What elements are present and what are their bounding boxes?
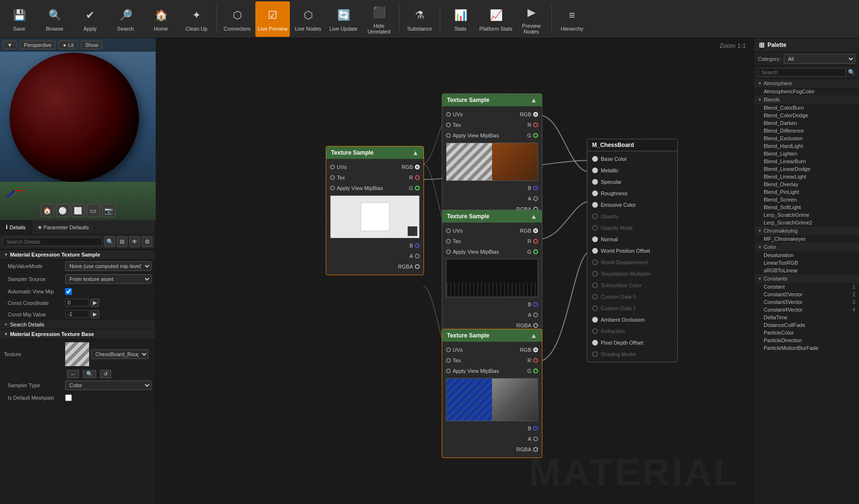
node3-close[interactable]: ▲ xyxy=(530,213,537,220)
node1-close[interactable]: ▲ xyxy=(412,149,419,157)
palette-item-lineardodge[interactable]: Blend_LinearDodge xyxy=(754,165,859,173)
palette-item-distancecullfade[interactable]: DistanceCullFade xyxy=(754,321,859,329)
palette-item-lerpgrime[interactable]: Lerp_ScratchGrime xyxy=(754,211,859,219)
const-coord-expand[interactable]: ▶ xyxy=(91,299,99,307)
palette-item-particlecolor[interactable]: ParticleColor xyxy=(754,329,859,336)
save-button[interactable]: 💾 Save xyxy=(2,1,36,37)
const-mip-input[interactable] xyxy=(65,310,89,318)
palette-category-select[interactable]: All xyxy=(784,54,855,64)
palette-group-color[interactable]: Color xyxy=(754,243,859,251)
material-node[interactable]: M_ChessBoard Base Color Metallic Specula… xyxy=(587,139,678,362)
default-meshpain-checkbox[interactable] xyxy=(65,394,72,401)
node2-close[interactable]: ▲ xyxy=(530,96,537,104)
node3-tex-port xyxy=(446,239,451,244)
lit-btn[interactable]: ● Lit xyxy=(58,41,78,49)
palette-item-darken[interactable]: Blend_Darken xyxy=(754,119,859,127)
node-graph[interactable]: Zoom 1:1 MATERIAL Texture Sample ▲ xyxy=(156,38,754,504)
texture-refresh-btn[interactable]: ↺ xyxy=(100,370,111,378)
browse-button[interactable]: 🔍 Browse xyxy=(37,1,72,37)
palette-item-lighten[interactable]: Blend_Lighten xyxy=(754,150,859,157)
details-eye-btn[interactable]: 👁 xyxy=(129,236,140,247)
palette-item-overlay[interactable]: Blend_Overlay xyxy=(754,180,859,188)
details-grid-btn[interactable]: ⊞ xyxy=(117,236,127,247)
details-search-icon-btn[interactable]: 🔍 xyxy=(104,236,115,247)
palette-item-exclusion[interactable]: Blend_Exclusion xyxy=(754,134,859,142)
search-button[interactable]: 🔎 Search xyxy=(108,1,143,37)
palette-item-particlemotionblur[interactable]: ParticleMotionBlurFade xyxy=(754,344,859,352)
palette-item-hardlight[interactable]: Blend_HardLight xyxy=(754,142,859,150)
previewnodes-button[interactable]: ▶ Preview Nodes xyxy=(514,1,549,37)
livepreview-button[interactable]: ☑ Live Preview xyxy=(255,1,290,37)
details-cog-btn[interactable]: ⚙ xyxy=(142,236,152,247)
home-button[interactable]: 🏠 Home xyxy=(144,1,178,37)
texture-search-btn[interactable]: 🔍 xyxy=(83,370,96,378)
connectors-button[interactable]: ⬡ Connectors xyxy=(220,1,254,37)
palette-item-lineartosrgb[interactable]: LinearTosRGB xyxy=(754,259,859,267)
palette-item-colorburn[interactable]: Blend_ColorBurn xyxy=(754,104,859,112)
mat-normal-label: Normal xyxy=(601,236,618,242)
palette-item-constant3vec[interactable]: Constant3Vector 3 xyxy=(754,298,859,306)
material-expression-header[interactable]: Material Expression Texture Sample xyxy=(0,250,155,260)
palette-item-pinlight[interactable]: Blend_PinLight xyxy=(754,188,859,196)
auto-mip-checkbox[interactable] xyxy=(65,288,72,295)
palette-item-screen[interactable]: Blend_Screen xyxy=(754,196,859,203)
livenodes-button[interactable]: ⬡ Live Nodes xyxy=(291,1,325,37)
viewport-dropdown-btn[interactable]: ▼ xyxy=(3,41,17,49)
node4-close[interactable]: ▲ xyxy=(530,332,537,339)
palette-item-atmosphericfog[interactable]: AtmosphericFogColor xyxy=(754,88,859,95)
texture-base-header[interactable]: Material Expression Texture Base xyxy=(0,329,155,339)
hierarchy-button[interactable]: ≡ Hierarchy xyxy=(555,1,589,37)
perspective-btn[interactable]: Perspective xyxy=(20,41,56,49)
mipvaluemode-dropdown[interactable]: None (use computed mip level) xyxy=(65,261,151,271)
palette-item-lerpgrime2[interactable]: Lerp_ScratchGrime2 xyxy=(754,219,859,226)
texture-arrow-left[interactable]: ← xyxy=(67,370,79,378)
texture-name-dropdown[interactable]: ChessBoard_Rough xyxy=(91,349,149,359)
show-btn[interactable]: Show xyxy=(81,41,103,49)
mat-ao-port xyxy=(592,317,598,323)
palette-item-chromakeyer[interactable]: MF_Chromakeyer xyxy=(754,235,859,243)
substance-button[interactable]: ⚗ Substance xyxy=(402,1,437,37)
hideunrelated-button[interactable]: ⬛ Hide Unrelated xyxy=(362,1,396,37)
palette-item-linearlight[interactable]: Blend_LinearLight xyxy=(754,173,859,180)
palette-group-blends[interactable]: Blends xyxy=(754,95,859,104)
texture-node-3[interactable]: Texture Sample ▲ UVs RGB xyxy=(442,210,542,334)
texture-node-4[interactable]: Texture Sample ▲ UVs RGB xyxy=(442,329,542,458)
palette-group-constants[interactable]: Constants xyxy=(754,274,859,283)
liveupdate-button[interactable]: 🔄 Live Update xyxy=(326,1,361,37)
palette-item-constant3vec-num: 3 xyxy=(852,300,855,305)
palette-search-input[interactable] xyxy=(758,68,846,77)
details-search-input[interactable] xyxy=(3,237,103,246)
node3-g-out: G xyxy=(527,249,538,255)
details-tab[interactable]: ℹ Details xyxy=(0,220,32,234)
palette-item-deltatime[interactable]: DeltaTime xyxy=(754,314,859,321)
palette-item-constant4vec[interactable]: Constant4Vector 4 xyxy=(754,306,859,314)
palette-item-srgbtolinear[interactable]: sRGBToLinear xyxy=(754,267,859,274)
viewport-ctrl-camera[interactable]: 📷 xyxy=(102,204,115,217)
const-coord-input[interactable] xyxy=(65,299,89,306)
palette-item-constant[interactable]: Constant 1 xyxy=(754,283,859,291)
palette-group-atmosphere[interactable]: Atmosphere xyxy=(754,79,859,88)
sampler-type-dropdown[interactable]: Color xyxy=(65,381,151,390)
viewport-ctrl-sphere[interactable]: ⚪ xyxy=(56,204,69,217)
palette-item-linearburn[interactable]: Blend_LinearBurn xyxy=(754,157,859,165)
platformstats-button[interactable]: 📈 Platform Stats xyxy=(479,1,513,37)
sampler-source-dropdown[interactable]: From texture asset xyxy=(65,274,151,284)
palette-item-particledirection[interactable]: ParticleDirection xyxy=(754,336,859,344)
mat-shadingmodel-label: Shading Model xyxy=(601,351,636,357)
const-mip-expand[interactable]: ▶ xyxy=(91,310,99,318)
palette-item-difference[interactable]: Blend_Difference xyxy=(754,127,859,134)
parameter-defaults-tab[interactable]: ◈ Parameter Defaults xyxy=(32,220,95,234)
palette-item-desaturation[interactable]: Desaturation xyxy=(754,251,859,259)
viewport-ctrl-house[interactable]: 🏠 xyxy=(41,204,54,217)
palette-item-colordodge[interactable]: Blend_ColorDodge xyxy=(754,112,859,119)
stats-button[interactable]: 📊 Stats xyxy=(443,1,478,37)
viewport-ctrl-box[interactable]: ⬜ xyxy=(71,204,85,217)
palette-group-chromakeying[interactable]: Chromakeying xyxy=(754,226,859,235)
viewport-ctrl-plane[interactable]: ▭ xyxy=(87,204,100,217)
cleanup-button[interactable]: ✦ Clean Up xyxy=(179,1,214,37)
palette-item-softlight[interactable]: Blend_SoftLight xyxy=(754,203,859,211)
apply-button[interactable]: ✔ Apply xyxy=(73,1,107,37)
palette-item-constant2vec[interactable]: Constant2Vector 2 xyxy=(754,291,859,298)
texture-node-1[interactable]: Texture Sample ▲ UVs RGB xyxy=(326,146,424,275)
texture-node-2[interactable]: Texture Sample ▲ UVs RGB xyxy=(442,93,542,218)
